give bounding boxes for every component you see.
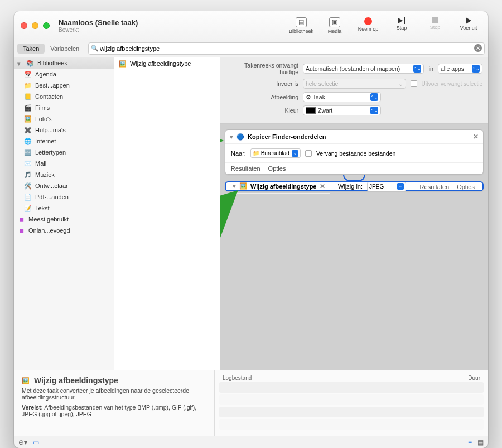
receives-select[interactable]: Automatisch (bestanden of mappen)⌃⌄	[303, 64, 424, 74]
step-button[interactable]: Stap	[389, 17, 414, 31]
results-link[interactable]: Resultaten	[231, 165, 260, 172]
image-select[interactable]: ⚙ Taak⌃⌄	[303, 92, 381, 102]
tab-tasks[interactable]: Taken	[17, 44, 45, 54]
library-list: ▾📚Bibliotheek 📅Agenda 📁Best...appen 📒Con…	[14, 57, 114, 370]
action-description: 🖼️Wijzig afbeeldingstype Met deze taak c…	[14, 370, 215, 436]
stop-button[interactable]: Stop	[422, 17, 448, 30]
workflow-area: Takenreeks ontvangt huidige Automatisch …	[220, 57, 488, 370]
zoom-button[interactable]	[43, 22, 50, 29]
lib-agenda[interactable]: 📅Agenda	[14, 69, 114, 80]
results-link[interactable]: Resultaten	[420, 184, 450, 190]
media-icon: ▣	[329, 17, 340, 27]
options-link[interactable]: Opties	[268, 165, 286, 172]
action-title: Wijzig afbeeldingstype	[250, 183, 316, 190]
replace-checkbox	[411, 80, 417, 87]
window-title: Naamloos (Snelle taak)	[59, 18, 288, 27]
step-icon	[398, 17, 405, 24]
lib-ontw[interactable]: 🛠️Ontw...elaar	[14, 180, 114, 191]
automator-window: Naamloos (Snelle taak) Bewerkt ▤Biblioth…	[14, 11, 488, 448]
lib-mail[interactable]: ✉️Mail	[14, 158, 114, 169]
search-input[interactable]	[88, 42, 485, 55]
to-label: Naar:	[231, 150, 246, 157]
finder-icon: 🔵	[236, 133, 244, 141]
result-wijzig-afbeeldingstype[interactable]: 🖼️ Wijzig afbeeldingstype	[114, 57, 220, 70]
tabs-search-row: Taken Variabelen 🔍 ✕	[14, 40, 488, 57]
stop-icon	[432, 17, 438, 23]
log-panel: LogbestandDuur	[215, 370, 488, 436]
lib-internet[interactable]: 🌐Internet	[14, 136, 114, 147]
color-select[interactable]: Zwart⌃⌄	[303, 105, 381, 115]
lib-recent-added[interactable]: ◼Onlan...evoegd	[14, 225, 114, 236]
annotation-arrow-bottom	[220, 188, 243, 238]
bottom-panel: 🖼️Wijzig afbeeldingstype Met deze taak c…	[14, 370, 488, 436]
workflow-body[interactable]: ▾ 🔵 Kopieer Finder-onderdelen ✕ Naar: 📁 …	[220, 124, 488, 370]
run-button[interactable]: Voer uit	[456, 17, 481, 31]
action-title: Kopieer Finder-onderdelen	[248, 133, 326, 140]
annotation-arrow-1	[343, 190, 427, 212]
action-results: 🖼️ Wijzig afbeeldingstype	[114, 57, 220, 370]
input-select: hele selectie⌄	[303, 79, 406, 89]
tab-variables[interactable]: Variabelen	[45, 44, 85, 54]
library-sidebar: ▾📚Bibliotheek 📅Agenda 📁Best...appen 📒Con…	[14, 57, 114, 370]
log-col-logbestand: Logbestand	[223, 375, 252, 381]
lib-tekst[interactable]: 📝Tekst	[14, 203, 114, 214]
preview-icon: 🖼️	[119, 60, 127, 68]
library-button[interactable]: ▤Bibliotheek	[288, 17, 314, 34]
search-icon: 🔍	[91, 45, 99, 52]
destination-select[interactable]: 📁 Bureaublad⌄	[250, 148, 301, 158]
clear-search-button[interactable]: ✕	[474, 44, 482, 52]
search-field: 🔍 ✕	[88, 42, 485, 55]
log-row	[219, 394, 484, 405]
disclosure-icon[interactable]: ▾	[230, 133, 233, 141]
media-button[interactable]: ▣Media	[322, 17, 347, 34]
play-icon	[466, 17, 471, 24]
record-icon	[364, 17, 372, 25]
action-copy-finder-items[interactable]: ▾ 🔵 Kopieer Finder-onderdelen ✕ Naar: 📁 …	[225, 129, 484, 175]
options-link[interactable]: Opties	[457, 184, 475, 190]
close-action-button[interactable]: ✕	[473, 133, 479, 141]
library-header[interactable]: ▾📚Bibliotheek	[14, 57, 114, 69]
lib-pdf[interactable]: 📄Pdf-...anden	[14, 191, 114, 203]
change-to-label: Wijzig in:	[338, 183, 363, 190]
info-button[interactable]: ▭	[33, 439, 39, 446]
log-col-duur: Duur	[468, 375, 480, 381]
main-content: ▾📚Bibliotheek 📅Agenda 📁Best...appen 📒Con…	[14, 57, 488, 370]
svg-line-1	[220, 196, 231, 233]
library-icon: 📚	[26, 59, 34, 67]
minimize-button[interactable]	[32, 22, 38, 29]
workflow-header: Takenreeks ontvangt huidige Automatisch …	[220, 57, 488, 124]
annotation-arrow-top	[220, 129, 226, 152]
window-subtitle: Bewerkt	[59, 27, 288, 33]
list-view-button[interactable]: ≡	[468, 439, 472, 446]
color-label: Kleur	[226, 107, 298, 114]
record-button[interactable]: Neem op	[355, 17, 381, 32]
input-label: Invoer is	[226, 80, 298, 87]
color-swatch	[306, 107, 316, 114]
window-controls	[21, 22, 50, 29]
replace-existing-checkbox[interactable]	[305, 150, 312, 157]
library-icon: ▤	[296, 17, 307, 27]
log-row	[219, 419, 484, 430]
close-action-button[interactable]: ✕	[320, 182, 325, 190]
lib-films[interactable]: 🎬Films	[14, 102, 114, 113]
toolbar: ▤Bibliotheek ▣Media Neem op Stap Stop Vo…	[288, 17, 481, 34]
titlebar: Naamloos (Snelle taak) Bewerkt ▤Biblioth…	[14, 11, 488, 40]
lib-recent[interactable]: ◼Meest gebruikt	[14, 214, 114, 225]
status-bar: ⊖▾ ▭ ≡ ▤	[14, 436, 488, 448]
lib-bestappen[interactable]: 📁Best...appen	[14, 80, 114, 91]
preview-icon: 🖼️	[22, 377, 30, 384]
grid-view-button[interactable]: ▤	[477, 439, 484, 446]
close-button[interactable]	[21, 22, 27, 29]
lib-fotos[interactable]: 🖼️Foto's	[14, 113, 114, 124]
lib-contacten[interactable]: 📒Contacten	[14, 91, 114, 102]
lib-hulp[interactable]: ✖️Hulp...ma's	[14, 124, 114, 136]
image-label: Afbeelding	[226, 94, 298, 100]
lib-lettertypen[interactable]: 🔤Lettertypen	[14, 147, 114, 158]
log-row	[219, 382, 484, 393]
receives-label: Takenreeks ontvangt huidige	[226, 62, 298, 75]
log-row	[219, 407, 484, 417]
lib-muziek[interactable]: 🎵Muziek	[14, 169, 114, 180]
gear-menu[interactable]: ⊖▾	[18, 439, 27, 446]
disclosure-icon: ▾	[17, 60, 23, 66]
apps-select[interactable]: alle apps⌃⌄	[438, 64, 482, 74]
